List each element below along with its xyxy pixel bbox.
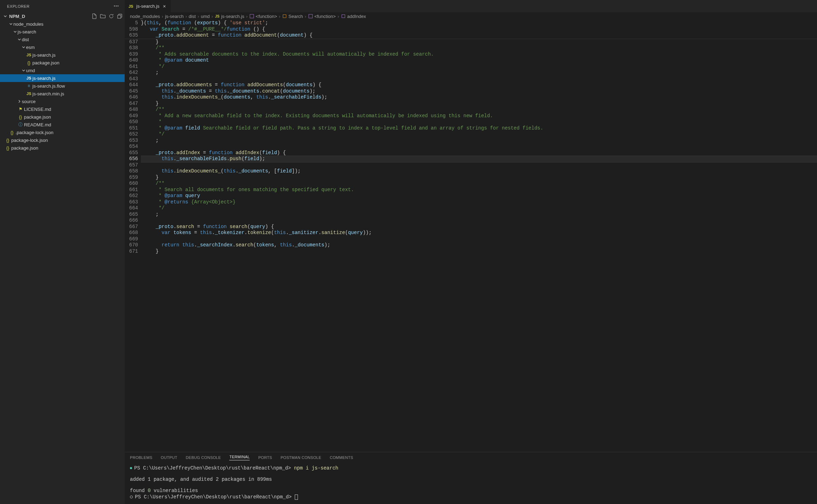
- breadcrumb-segment[interactable]: dist: [189, 14, 196, 19]
- tree-file[interactable]: package.json: [0, 113, 125, 121]
- breadcrumb-segment[interactable]: addIndex: [341, 14, 366, 19]
- workspace-root-label: NPM_D: [9, 14, 25, 19]
- svg-point-2: [118, 6, 118, 6]
- explorer-title: EXPLORER: [7, 4, 30, 8]
- tree-folder[interactable]: node_modules: [0, 20, 125, 28]
- tree-file[interactable]: package-lock.json: [0, 136, 125, 144]
- tree-file[interactable]: JSjs-search.js: [0, 74, 125, 82]
- breadcrumb-segment[interactable]: Search: [282, 14, 303, 19]
- tree-folder[interactable]: dist: [0, 36, 125, 43]
- tree-folder[interactable]: source: [0, 97, 125, 105]
- panel-tab-comments[interactable]: COMMENTS: [330, 455, 353, 460]
- tree-file[interactable]: package.json: [0, 144, 125, 152]
- svg-point-1: [116, 6, 117, 6]
- tree-file[interactable]: ⚑LICENSE.md: [0, 105, 125, 113]
- explorer-sidebar: EXPLORER NPM_D node_modulesjs-searchdist…: [0, 0, 125, 504]
- panel-tab-postman-console[interactable]: POSTMAN CONSOLE: [281, 455, 322, 460]
- tree-folder[interactable]: esm: [0, 43, 125, 51]
- chevron-down-icon: [3, 14, 8, 19]
- panel-tabs: PROBLEMSOUTPUTDEBUG CONSOLETERMINALPORTS…: [125, 452, 817, 463]
- file-tree: node_modulesjs-searchdistesmJSjs-search.…: [0, 20, 125, 152]
- tree-file[interactable]: JSjs-search.min.js: [0, 90, 125, 97]
- new-file-icon[interactable]: [92, 13, 97, 19]
- tree-folder[interactable]: js-search: [0, 28, 125, 36]
- tab-js-search[interactable]: JS js-search.js ×: [125, 0, 171, 12]
- terminal-output[interactable]: PS C:\Users\JeffreyChen\Desktop\rust\bar…: [125, 463, 817, 504]
- breadcrumb-segment[interactable]: js-search: [165, 14, 184, 19]
- tree-file[interactable]: JSjs-search.js: [0, 51, 125, 59]
- tree-folder[interactable]: umd: [0, 67, 125, 74]
- svg-rect-4: [250, 14, 254, 18]
- workspace-root-row[interactable]: NPM_D: [0, 12, 125, 20]
- tree-file[interactable]: package.json: [0, 59, 125, 67]
- code-editor[interactable]: 5598635 }(this, (function (exports) { 'u…: [125, 20, 817, 452]
- explorer-more-icon[interactable]: [113, 3, 119, 10]
- svg-rect-5: [283, 15, 286, 18]
- panel-tab-problems[interactable]: PROBLEMS: [130, 455, 152, 460]
- breadcrumb[interactable]: node_modules›js-search›dist›umd›JSjs-sea…: [125, 12, 817, 20]
- breadcrumb-segment[interactable]: JSjs-search.js: [215, 14, 244, 19]
- tree-file[interactable]: .package-lock.json: [0, 128, 125, 136]
- terminal-line: added 1 package, and audited 2 packages …: [130, 476, 812, 483]
- breadcrumb-segment[interactable]: node_modules: [130, 14, 160, 19]
- tab-label: js-search.js: [136, 4, 160, 9]
- refresh-icon[interactable]: [108, 13, 114, 19]
- editor-area: JS js-search.js × node_modules›js-search…: [125, 0, 817, 504]
- tree-file[interactable]: ≡js-search.js.flow: [0, 82, 125, 90]
- svg-rect-3: [118, 15, 121, 18]
- tree-file[interactable]: ⓘREADME.md: [0, 121, 125, 128]
- bottom-panel: PROBLEMSOUTPUTDEBUG CONSOLETERMINALPORTS…: [125, 452, 817, 504]
- breadcrumb-segment[interactable]: umd: [201, 14, 210, 19]
- panel-tab-debug-console[interactable]: DEBUG CONSOLE: [186, 455, 221, 460]
- panel-tab-terminal[interactable]: TERMINAL: [229, 455, 250, 460]
- panel-tab-ports[interactable]: PORTS: [258, 455, 272, 460]
- terminal-line: found 0 vulnerabilities: [130, 487, 812, 494]
- editor-tabs: JS js-search.js ×: [125, 0, 817, 12]
- panel-tab-output[interactable]: OUTPUT: [161, 455, 177, 460]
- breadcrumb-segment[interactable]: <function>: [308, 14, 336, 19]
- js-file-icon: JS: [129, 4, 134, 8]
- terminal-cursor: [295, 494, 298, 500]
- svg-rect-7: [342, 15, 345, 18]
- svg-rect-6: [308, 14, 312, 18]
- status-dot-icon: [130, 467, 132, 469]
- collapse-all-icon[interactable]: [117, 13, 123, 19]
- svg-point-0: [114, 6, 115, 6]
- prompt-circle-icon: [130, 496, 133, 498]
- breadcrumb-segment[interactable]: <function>: [249, 14, 277, 19]
- new-folder-icon[interactable]: [100, 13, 106, 19]
- close-icon[interactable]: ×: [162, 4, 167, 9]
